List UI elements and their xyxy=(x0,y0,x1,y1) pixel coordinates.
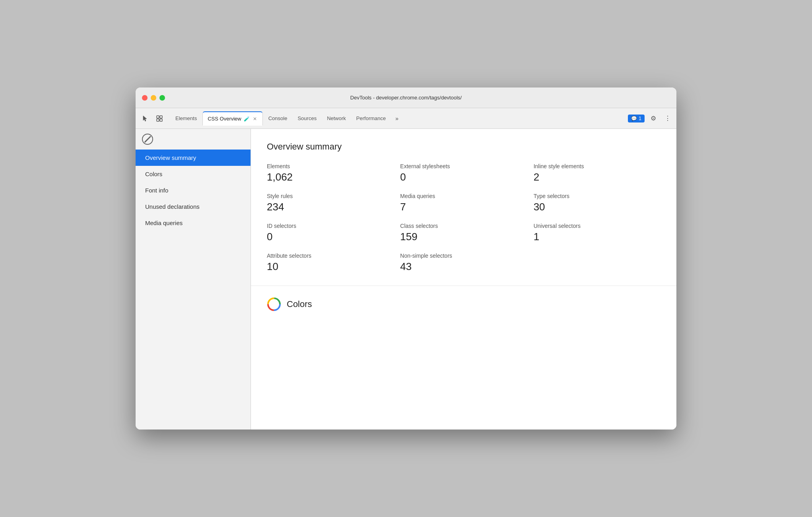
sidebar-nav: Overview summary Colors Font info Unused… xyxy=(136,150,251,430)
more-options-button[interactable]: ⋮ xyxy=(662,113,673,124)
settings-button[interactable]: ⚙ xyxy=(648,113,659,124)
devtools-content: Overview summary Colors Font info Unused… xyxy=(136,129,676,430)
close-button[interactable] xyxy=(142,95,148,101)
stat-style-rules-value: 234 xyxy=(267,201,394,213)
stat-id-selectors-value: 0 xyxy=(267,231,394,243)
tab-console-label: Console xyxy=(268,115,288,121)
gear-icon: ⚙ xyxy=(651,115,656,122)
flask-icon: 🧪 xyxy=(244,116,250,122)
stat-class-selectors-label: Class selectors xyxy=(400,223,527,229)
tab-elements-label: Elements xyxy=(175,115,197,121)
colors-section-title: Colors xyxy=(287,299,312,309)
stat-attribute-selectors: Attribute selectors 10 xyxy=(267,253,394,273)
stat-inline-style-label: Inline style elements xyxy=(534,163,660,169)
chat-button[interactable]: 💬 1 xyxy=(628,115,645,122)
sidebar-item-colors[interactable]: Colors xyxy=(136,166,251,182)
stat-class-selectors-value: 159 xyxy=(400,231,527,243)
sidebar-item-media-queries-label: Media queries xyxy=(145,220,183,226)
svg-rect-2 xyxy=(157,119,159,121)
sidebar-item-colors-label: Colors xyxy=(145,171,162,177)
sidebar-item-font-info[interactable]: Font info xyxy=(136,182,251,198)
colors-section: Colors xyxy=(251,286,676,323)
stat-universal-selectors-value: 1 xyxy=(534,231,660,243)
no-sign-icon xyxy=(142,134,153,145)
tab-close-css-overview[interactable]: ✕ xyxy=(252,115,258,122)
sidebar-item-unused-declarations[interactable]: Unused declarations xyxy=(136,198,251,215)
tab-sources[interactable]: Sources xyxy=(293,111,321,126)
svg-rect-3 xyxy=(160,119,162,121)
more-tabs-button[interactable]: » xyxy=(391,113,402,124)
stat-non-simple-selectors-label: Non-simple selectors xyxy=(400,253,527,259)
maximize-button[interactable] xyxy=(159,95,165,101)
stat-style-rules-label: Style rules xyxy=(267,193,394,199)
tab-network[interactable]: Network xyxy=(322,111,351,126)
stat-inline-style-value: 2 xyxy=(534,171,660,183)
tabs-container: Elements CSS Overview 🧪 ✕ Console Source… xyxy=(171,111,625,126)
chat-count: 1 xyxy=(639,116,641,121)
toolbar-right: 💬 1 ⚙ ⋮ xyxy=(628,113,673,124)
stat-style-rules: Style rules 234 xyxy=(267,193,394,213)
stat-class-selectors: Class selectors 159 xyxy=(400,223,527,243)
sidebar-header xyxy=(136,129,251,150)
tab-sources-label: Sources xyxy=(297,115,317,121)
inspect-icon[interactable] xyxy=(153,112,166,125)
stat-elements: Elements 1,062 xyxy=(267,163,394,183)
stat-universal-selectors: Universal selectors 1 xyxy=(534,223,660,243)
stat-id-selectors-label: ID selectors xyxy=(267,223,394,229)
stat-type-selectors-value: 30 xyxy=(534,201,660,213)
stat-inline-style-elements: Inline style elements 2 xyxy=(534,163,660,183)
tab-elements[interactable]: Elements xyxy=(171,111,202,126)
stat-type-selectors-label: Type selectors xyxy=(534,193,660,199)
overview-summary-section: Overview summary Elements 1,062 External… xyxy=(251,129,676,286)
title-bar: DevTools - developer.chrome.com/tags/dev… xyxy=(136,87,676,108)
vertical-dots-icon: ⋮ xyxy=(664,115,671,122)
window-title: DevTools - developer.chrome.com/tags/dev… xyxy=(350,95,462,101)
sidebar-item-font-info-label: Font info xyxy=(145,187,168,194)
traffic-lights xyxy=(142,95,165,101)
stat-media-queries-value: 7 xyxy=(400,201,527,213)
stat-media-queries-label: Media queries xyxy=(400,193,527,199)
stat-attribute-selectors-value: 10 xyxy=(267,260,394,273)
stat-non-simple-selectors-value: 43 xyxy=(400,260,527,273)
stat-universal-selectors-label: Universal selectors xyxy=(534,223,660,229)
sidebar: Overview summary Colors Font info Unused… xyxy=(136,129,251,430)
sidebar-item-unused-declarations-label: Unused declarations xyxy=(145,203,200,210)
stat-non-simple-selectors: Non-simple selectors 43 xyxy=(400,253,527,273)
stats-grid: Elements 1,062 External stylesheets 0 In… xyxy=(267,163,660,273)
toolbar-left xyxy=(139,112,166,125)
main-content[interactable]: Overview summary Elements 1,062 External… xyxy=(251,129,676,430)
tab-css-overview-label: CSS Overview xyxy=(208,116,241,122)
chat-icon: 💬 xyxy=(631,116,637,121)
minimize-button[interactable] xyxy=(151,95,156,101)
stat-external-stylesheets-label: External stylesheets xyxy=(400,163,527,169)
sidebar-item-overview-summary-label: Overview summary xyxy=(145,154,196,161)
tab-console[interactable]: Console xyxy=(264,111,292,126)
stat-id-selectors: ID selectors 0 xyxy=(267,223,394,243)
sidebar-item-overview-summary[interactable]: Overview summary xyxy=(136,150,251,166)
tab-css-overview[interactable]: CSS Overview 🧪 ✕ xyxy=(202,111,263,126)
stat-external-stylesheets-value: 0 xyxy=(400,171,527,183)
cursor-icon[interactable] xyxy=(139,112,152,125)
stat-elements-label: Elements xyxy=(267,163,394,169)
overview-summary-title: Overview summary xyxy=(267,142,660,152)
tab-network-label: Network xyxy=(327,115,346,121)
svg-rect-0 xyxy=(157,116,159,118)
stat-external-stylesheets: External stylesheets 0 xyxy=(400,163,527,183)
sidebar-item-media-queries[interactable]: Media queries xyxy=(136,215,251,231)
stat-type-selectors: Type selectors 30 xyxy=(534,193,660,213)
colors-donut-icon xyxy=(267,297,281,311)
stat-elements-value: 1,062 xyxy=(267,171,394,183)
svg-rect-1 xyxy=(160,116,162,118)
stat-attribute-selectors-label: Attribute selectors xyxy=(267,253,394,259)
tab-bar: Elements CSS Overview 🧪 ✕ Console Source… xyxy=(136,108,676,129)
tab-performance[interactable]: Performance xyxy=(352,111,390,126)
stat-media-queries: Media queries 7 xyxy=(400,193,527,213)
tab-performance-label: Performance xyxy=(356,115,386,121)
svg-point-8 xyxy=(270,301,278,308)
browser-window: DevTools - developer.chrome.com/tags/dev… xyxy=(136,87,676,430)
